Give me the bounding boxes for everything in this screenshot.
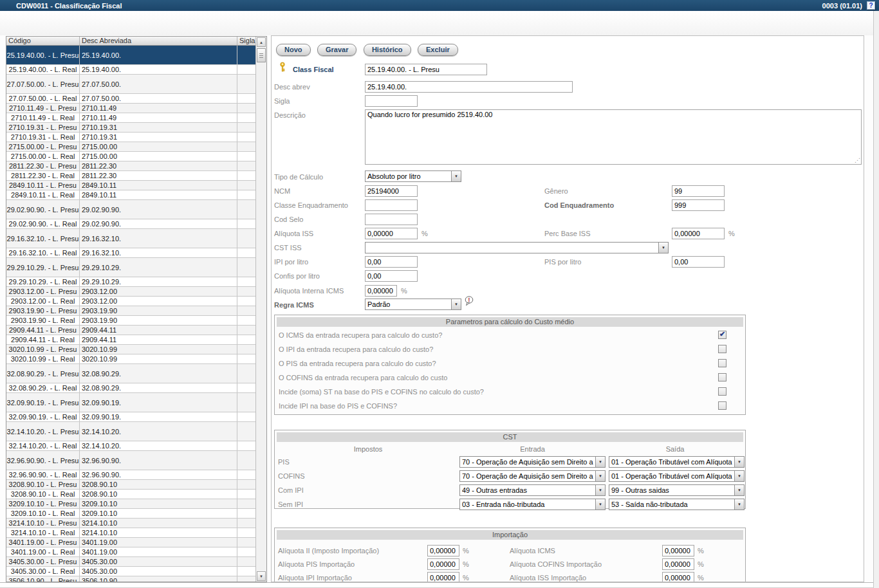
resize-grip-icon[interactable]: ⋰ bbox=[855, 157, 860, 163]
percent-sign: % bbox=[463, 574, 469, 582]
table-row[interactable]: 2710.19.31 - L. Real 2710.19.31 bbox=[6, 133, 255, 142]
cod-selo-input[interactable] bbox=[365, 214, 418, 225]
importacao-right-input[interactable] bbox=[662, 572, 694, 582]
descricao-textarea[interactable]: Quando lucro for presumido 2519.40.00 bbox=[365, 109, 862, 165]
table-row[interactable]: 3506.10.90 - L. Presu 3506.10.90 bbox=[6, 576, 255, 582]
desc-abrev-input[interactable] bbox=[365, 81, 573, 93]
classe-enquadramento-input[interactable] bbox=[365, 199, 418, 211]
checkbox[interactable] bbox=[718, 345, 726, 353]
aliquota-interna-icms-input[interactable] bbox=[365, 285, 397, 297]
table-row[interactable]: 3208.90.10 - L. Real 3208.90.10 bbox=[6, 490, 255, 499]
toolbar-button[interactable]: Novo bbox=[276, 44, 311, 56]
importacao-right-input[interactable] bbox=[662, 545, 694, 556]
table-row[interactable]: 29.16.32.10. - L. Real 29.16.32.10. bbox=[6, 248, 255, 258]
table-row[interactable]: 29.29.10.29. - L. Real 29.29.10.29. bbox=[6, 277, 255, 287]
table-row[interactable]: 32.08.90.29. - L. Real 32.08.90.29. bbox=[6, 383, 255, 393]
table-row[interactable]: 32.09.90.19. - L. Real 32.09.90.19. bbox=[6, 412, 255, 422]
aliquota-iss-input[interactable] bbox=[365, 228, 418, 239]
checkbox[interactable] bbox=[718, 373, 726, 381]
table-row[interactable]: 25.19.40.00. - L. Real 25.19.40.00. bbox=[6, 65, 255, 75]
hint-balloon-icon[interactable]: ! bbox=[464, 296, 474, 307]
scroll-up-icon[interactable]: ▲ bbox=[257, 37, 266, 47]
table-row[interactable]: 2811.22.30 - L. Real 2811.22.30 bbox=[6, 171, 255, 181]
ncm-input[interactable] bbox=[365, 185, 418, 197]
table-row[interactable]: 3405.30.00 - L. Real 3405.30.00 bbox=[6, 567, 255, 576]
checkbox[interactable] bbox=[718, 401, 726, 410]
sigla-input[interactable] bbox=[365, 95, 418, 107]
table-row[interactable]: 2710.11.49 - L. Real 2710.11.49 bbox=[6, 113, 255, 123]
table-row[interactable]: 32.09.90.19. - L. Presu 32.09.90.19. bbox=[6, 393, 255, 412]
table-row[interactable]: 3214.10.10 - L. Real 3214.10.10 bbox=[6, 528, 255, 538]
cell-sigla bbox=[237, 75, 255, 93]
cst-saida-select[interactable]: 53 - Saída não-tributada ▼ bbox=[609, 499, 745, 510]
table-row[interactable]: 2903.12.00 - L. Real 2903.12.00 bbox=[6, 297, 255, 306]
table-row[interactable]: 27.07.50.00. - L. Presu 27.07.50.00. bbox=[6, 75, 255, 94]
confis-por-litro-input[interactable] bbox=[365, 270, 418, 282]
table-row[interactable]: 2903.19.90 - L. Real 2903.19.90 bbox=[6, 316, 255, 326]
table-row[interactable]: 2909.44.11 - L. Presu 2909.44.11 bbox=[6, 326, 255, 335]
table-row[interactable]: 2715.00.00 - L. Real 2715.00.00 bbox=[6, 152, 255, 161]
table-row[interactable]: 2715.00.00 - L. Presu 2715.00.00 bbox=[6, 142, 255, 152]
table-row[interactable]: 25.19.40.00. - L. Presu 25.19.40.00. bbox=[6, 46, 255, 65]
cod-enquadramento-input[interactable] bbox=[672, 199, 725, 211]
cst-entrada-select[interactable]: 03 - Entrada não-tributada ▼ bbox=[459, 499, 606, 510]
table-row[interactable]: 3401.19.00 - L. Real 3401.19.00 bbox=[6, 547, 255, 557]
table-row[interactable]: 3209.10.10 - L. Presu 3209.10.10 bbox=[6, 499, 255, 509]
genero-input[interactable] bbox=[672, 185, 725, 197]
table-row[interactable]: 29.29.10.29. - L. Presu 29.29.10.29. bbox=[6, 258, 255, 277]
table-row[interactable]: 2909.44.11 - L. Real 2909.44.11 bbox=[6, 335, 255, 345]
cst-saida-select[interactable]: 01 - Operação Tributável com Alíquota ▼ bbox=[609, 470, 745, 482]
regra-icms-select[interactable]: Padrão ▼ bbox=[365, 299, 461, 310]
table-row[interactable]: 2903.19.90 - L. Presu 2903.19.90 bbox=[6, 306, 255, 316]
cst-entrada-select[interactable]: 70 - Operação de Aquisição sem Direito a… bbox=[459, 470, 606, 482]
cst-entrada-select[interactable]: 49 - Outras entradas ▼ bbox=[459, 484, 606, 496]
cst-iss-select[interactable]: ▼ bbox=[365, 242, 669, 253]
table-row[interactable]: 32.14.10.20. - L. Real 32.14.10.20. bbox=[6, 441, 255, 451]
table-row[interactable]: 3208.90.10 - L. Presu 3208.90.10 bbox=[6, 480, 255, 490]
table-row[interactable]: 32.96.90.90. - L. Real 32.96.90.90. bbox=[6, 470, 255, 480]
table-row[interactable]: 3214.10.10 - L. Presu 3214.10.10 bbox=[6, 519, 255, 528]
table-row[interactable]: 32.96.90.90. - L. Presu 32.96.90.90. bbox=[6, 451, 255, 470]
cst-saida-select[interactable]: 99 - Outras saidas ▼ bbox=[609, 484, 745, 496]
page-scrollbar[interactable] bbox=[873, 11, 879, 588]
table-row[interactable]: 2710.19.31 - L. Presu 2710.19.31 bbox=[6, 123, 255, 133]
table-row[interactable]: 2903.12.00 - L. Presu 2903.12.00 bbox=[6, 287, 255, 297]
table-row[interactable]: 29.02.90.90. - L. Presu 29.02.90.90. bbox=[6, 200, 255, 219]
tipo-calculo-select[interactable]: Absoluto por litro ▼ bbox=[365, 170, 461, 182]
table-row[interactable]: 3020.10.99 - L. Real 3020.10.99 bbox=[6, 354, 255, 364]
pis-por-litro-input[interactable] bbox=[672, 256, 725, 268]
scroll-down-icon[interactable]: ▼ bbox=[257, 571, 266, 581]
checkbox[interactable] bbox=[718, 359, 726, 367]
table-row[interactable]: 32.14.10.20. - L. Presu 32.14.10.20. bbox=[6, 422, 255, 441]
toolbar-button[interactable]: Gravar bbox=[317, 44, 356, 56]
table-row[interactable]: 3209.10.10 - L. Real 3209.10.10 bbox=[6, 509, 255, 519]
table-row[interactable]: 3405.30.00 - L. Presu 3405.30.00 bbox=[6, 557, 255, 567]
checkbox[interactable] bbox=[718, 387, 726, 396]
ipi-por-litro-input[interactable] bbox=[365, 256, 418, 268]
importacao-right-input[interactable] bbox=[662, 558, 694, 570]
table-row[interactable]: 2811.22.30 - L. Presu 2811.22.30 bbox=[6, 161, 255, 171]
table-row[interactable]: 2710.11.49 - L. Presu 2710.11.49 bbox=[6, 104, 255, 113]
table-row[interactable]: 2849.10.11 - L. Presu 2849.10.11 bbox=[6, 181, 255, 190]
cell-sigla bbox=[237, 364, 255, 383]
cst-entrada-select[interactable]: 70 - Operação de Aquisição sem Direito a… bbox=[459, 456, 606, 468]
table-row[interactable]: 29.16.32.10. - L. Presu 29.16.32.10. bbox=[6, 229, 255, 248]
table-row[interactable]: 3401.19.00 - L. Presu 3401.19.00 bbox=[6, 538, 255, 547]
importacao-left-input[interactable] bbox=[427, 558, 459, 570]
table-row[interactable]: 3020.10.99 - L. Presu 3020.10.99 bbox=[6, 345, 255, 354]
table-row[interactable]: 27.07.50.00. - L. Real 27.07.50.00. bbox=[6, 94, 255, 104]
table-row[interactable]: 32.08.90.29. - L. Presu 32.08.90.29. bbox=[6, 364, 255, 383]
importacao-left-input[interactable] bbox=[427, 545, 459, 556]
table-row[interactable]: 29.02.90.90. - L. Real 29.02.90.90. bbox=[6, 219, 255, 229]
perc-base-iss-input[interactable] bbox=[672, 228, 725, 239]
grid-scrollbar[interactable]: ▲ ▼ bbox=[255, 37, 266, 582]
toolbar-button[interactable]: Excluir bbox=[418, 44, 458, 56]
class-fiscal-input[interactable] bbox=[365, 64, 487, 75]
scrollbar-thumb[interactable] bbox=[257, 48, 266, 62]
cst-saida-select[interactable]: 01 - Operação Tributável com Alíquota ▼ bbox=[609, 456, 745, 468]
toolbar-button[interactable]: Histórico bbox=[364, 44, 411, 56]
importacao-left-input[interactable] bbox=[427, 572, 459, 582]
table-row[interactable]: 2849.10.11 - L. Real 2849.10.11 bbox=[6, 190, 255, 200]
help-icon[interactable]: ? bbox=[867, 1, 875, 10]
checkbox[interactable] bbox=[718, 331, 726, 339]
